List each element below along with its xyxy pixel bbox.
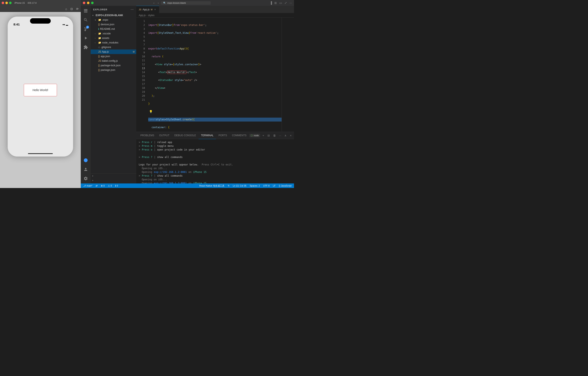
nav-back-button[interactable]: ‹ xyxy=(153,1,155,5)
tree-item-readme[interactable]: ℹ README.md xyxy=(91,27,136,31)
fullscreen-icon[interactable]: ⤢ xyxy=(284,1,287,5)
simulator-minimize-button[interactable] xyxy=(5,2,8,4)
git-branch-label: main* xyxy=(86,185,92,187)
outline-header[interactable]: › xyxy=(91,174,136,178)
status-sync[interactable]: ⇄ xyxy=(95,185,98,187)
term-key-m: Press m xyxy=(142,144,152,148)
panel-tab-ports[interactable]: PORTS xyxy=(216,132,229,139)
vscode-folder-icon: 📁 xyxy=(98,32,101,35)
expo-folder-arrow: ▾ xyxy=(95,19,97,21)
panel-tab-terminal[interactable]: TERMINAL xyxy=(199,132,216,139)
code-content[interactable]: import { StatusBar } from 'expo-status-b… xyxy=(147,18,282,132)
status-branch[interactable]: ⎇ main* xyxy=(82,185,93,187)
terminal-more-button[interactable]: ··· xyxy=(278,134,282,137)
tree-item-package-json[interactable]: › {} package.json xyxy=(91,68,136,72)
outline-arrow-icon: › xyxy=(92,175,93,177)
code-line-11: } xyxy=(148,102,282,106)
tree-item-assets[interactable]: › 📁 assets xyxy=(91,36,136,40)
more-icon[interactable]: ··· xyxy=(289,1,292,5)
tree-item-babel[interactable]: › JS babel.config.js xyxy=(91,59,136,63)
status-refresh[interactable]: ↻ xyxy=(227,185,231,187)
activity-run-debug[interactable] xyxy=(82,34,90,42)
status-warnings[interactable]: ⚠ 0 xyxy=(107,185,113,187)
vscode-folder-arrow: › xyxy=(95,32,97,35)
terminal-content[interactable]: > Press r | reload app > Press m | toggl… xyxy=(136,139,294,183)
status-eol[interactable]: LF xyxy=(272,185,276,187)
panel-tab-problems[interactable]: PROBLEMS xyxy=(138,132,157,139)
tree-item-node-modules[interactable]: › 📁 node_modules xyxy=(91,40,136,45)
simulator-home-icon[interactable]: ⌂ xyxy=(65,7,67,10)
tree-item-expo[interactable]: ▾ 📁 .expo xyxy=(91,18,136,22)
nav-forward-button[interactable]: › xyxy=(157,1,160,5)
code-editor[interactable]: 12345 678910 111213 1415161718 192021 im… xyxy=(136,18,294,132)
sidebar: EXPLORER ··· ▾ EXPO-LESSON-BLANK ▾ 📁 .ex… xyxy=(91,6,136,183)
code-line-8: <StatusBar style="auto" /> xyxy=(148,78,282,82)
comments-tab-label: COMMENTS xyxy=(232,134,247,137)
sidebar-tree: ▾ EXPO-LESSON-BLANK ▾ 📁 .expo {} devices… xyxy=(91,13,136,173)
activity-settings[interactable] xyxy=(82,174,90,183)
status-language[interactable]: {} JavaScript xyxy=(278,185,292,187)
tree-item-package-lock[interactable]: › {} package-lock.json xyxy=(91,63,136,68)
term-sep-1: | xyxy=(154,140,156,144)
simulator-toolbar: ⌂ ⊡ ⟳ xyxy=(0,6,81,12)
editor-scrollbar[interactable] xyxy=(292,18,294,132)
activity-expo[interactable] xyxy=(82,156,90,164)
explorer-more-button[interactable]: ··· xyxy=(131,8,134,11)
terminal-line-blank-1 xyxy=(139,152,292,155)
encoding-label: UTF-8 xyxy=(263,185,270,187)
status-encoding[interactable]: UTF-8 xyxy=(262,185,270,187)
status-spaces[interactable]: Spaces: 2 xyxy=(249,185,261,187)
ports-tab-label: PORTS xyxy=(219,134,227,137)
status-info[interactable]: ℹ 0 xyxy=(114,185,119,187)
vscode-close-button[interactable] xyxy=(83,2,85,4)
panel-close-button[interactable]: × xyxy=(289,134,292,137)
vscode-minimize-button[interactable] xyxy=(87,2,89,4)
activity-extensions[interactable] xyxy=(82,43,90,51)
status-react-native[interactable]: React Native 包生成工具 xyxy=(199,184,225,187)
activity-account[interactable] xyxy=(82,165,90,174)
terminal-kill-button[interactable]: 🗑 xyxy=(272,134,277,137)
panel-tab-debug[interactable]: DEBUG CONSOLE xyxy=(172,132,199,139)
tree-root[interactable]: ▾ EXPO-LESSON-BLANK xyxy=(91,13,136,18)
tab-close-button[interactable]: × xyxy=(154,8,157,11)
sidebar-header-icons: ··· xyxy=(131,8,134,11)
sidebar-toggle-icon[interactable]: ▐ xyxy=(270,1,272,5)
tree-item-appjs[interactable]: › JS App.js M xyxy=(91,50,136,54)
tree-item-gitignore[interactable]: › ◇ .gitignore xyxy=(91,45,136,50)
timeline-arrow-icon: › xyxy=(92,179,93,182)
vscode-titlebar: ‹ › 🔍 expo-lesson-blank ▐ ⊞ ▭ ⤢ ··· xyxy=(81,0,294,6)
term-prompt-1: > xyxy=(139,140,140,144)
term-on-iphone-1: on xyxy=(189,170,191,174)
panel-tab-output[interactable]: OUTPUT xyxy=(157,132,172,139)
timeline-header[interactable]: › xyxy=(91,178,136,183)
status-bar-left: ⎇ main* ⇄ ⊗ 0 ⚠ 0 ℹ 0 xyxy=(82,185,119,187)
panel-tab-comments[interactable]: COMMENTS xyxy=(230,132,249,139)
vscode-maximize-button[interactable] xyxy=(91,2,94,4)
status-ln-col[interactable]: Ln 13, Col 35 xyxy=(232,185,247,187)
tab-appjs[interactable]: JS App.js M × xyxy=(136,6,159,13)
term-prompt-3: > xyxy=(139,148,140,152)
simulator-rotate-icon[interactable]: ⟳ xyxy=(76,7,79,10)
iphone-content: Hello World! xyxy=(8,27,73,153)
panel-maximize-button[interactable]: ∧ xyxy=(284,134,287,137)
activity-source-control[interactable]: 1 xyxy=(82,25,90,33)
term-prompt-5: > xyxy=(139,174,140,178)
status-errors[interactable]: ⊗ 0 xyxy=(100,185,105,187)
simulator-close-button[interactable] xyxy=(2,2,4,4)
node-label: node xyxy=(254,134,259,137)
layout-icon[interactable]: ⊞ xyxy=(274,1,277,5)
term-logs-msg: Logs for your project will appear below. xyxy=(139,163,200,167)
activity-search[interactable] xyxy=(82,16,90,24)
activity-explorer[interactable] xyxy=(82,7,90,15)
tree-item-vscode[interactable]: › 📁 .vscode xyxy=(91,31,136,36)
simulator-maximize-button[interactable] xyxy=(9,2,11,4)
terminal-plus-button[interactable]: + xyxy=(262,134,265,137)
simulator-screenshot-icon[interactable]: ⊡ xyxy=(70,7,73,10)
titlebar-search[interactable]: 🔍 expo-lesson-blank xyxy=(161,1,211,5)
tree-item-devices-json[interactable]: {} devices.json xyxy=(91,22,136,27)
code-line-2: import { StyleSheet, Text, View } from '… xyxy=(148,31,282,35)
tree-item-app-json[interactable]: › {} app.json xyxy=(91,54,136,59)
eol-label: LF xyxy=(273,185,276,187)
terminal-split-button[interactable]: ⊟ xyxy=(267,134,271,137)
panel-icon[interactable]: ▭ xyxy=(279,1,282,5)
